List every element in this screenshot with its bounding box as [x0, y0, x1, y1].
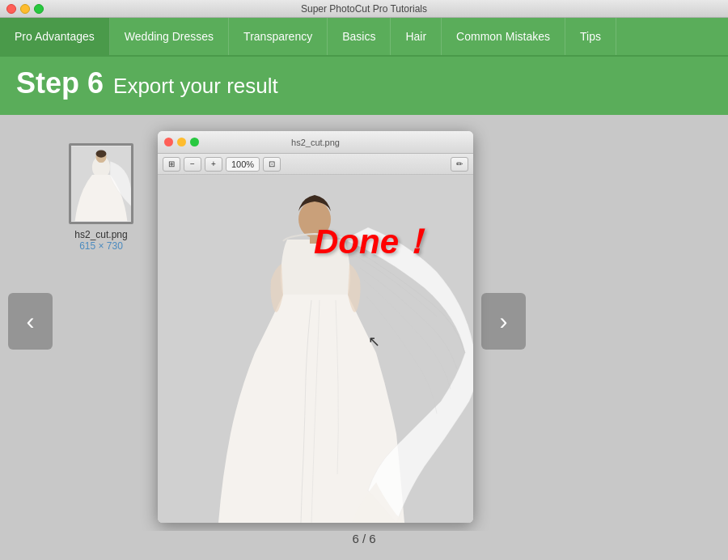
step-number: Step 6 [16, 66, 104, 100]
zoom-out-button[interactable]: − [184, 157, 201, 172]
prev-arrow-button[interactable]: ‹ [8, 293, 53, 350]
bottom-bar: 6 / 6 [0, 531, 728, 560]
maximize-button[interactable] [34, 4, 44, 14]
view-mode-button[interactable]: ⊞ [163, 157, 180, 172]
fit-button[interactable]: ⊡ [263, 157, 281, 172]
mac-titlebar: hs2_cut.png [158, 131, 473, 154]
title-bar: Super PhotoCut Pro Tutorials [0, 0, 728, 18]
nav-item-common-mistakes[interactable]: Common Mistakes [442, 18, 565, 55]
page-button[interactable]: ✏ [451, 157, 468, 172]
thumbnail-filename: hs2_cut.png [74, 229, 127, 240]
mac-minimize-button[interactable] [177, 138, 186, 146]
mac-window-controls [164, 138, 199, 146]
done-label: Done！ [314, 219, 433, 265]
window-controls [6, 4, 44, 14]
svg-point-3 [96, 150, 107, 157]
pagination-label: 6 / 6 [344, 524, 383, 554]
window-title: Super PhotoCut Pro Tutorials [301, 3, 427, 15]
nav-item-pro-advantages[interactable]: Pro Advantages [0, 18, 110, 55]
thumbnail-panel: hs2_cut.png 615 × 730 [61, 135, 142, 260]
next-arrow-button[interactable]: › [481, 293, 526, 350]
mac-content: Done！ ↖ [158, 175, 473, 523]
mac-window-title: hs2_cut.png [291, 138, 340, 147]
minimize-button[interactable] [20, 4, 30, 14]
nav-item-basics[interactable]: Basics [328, 18, 391, 55]
close-button[interactable] [6, 4, 16, 14]
mac-maximize-button[interactable] [190, 138, 199, 146]
cursor-icon: ↖ [368, 333, 380, 350]
mac-toolbar: ⊞ − + 100% ⊡ ✏ [158, 154, 473, 175]
zoom-in-button[interactable]: + [205, 157, 222, 172]
nav-item-tips[interactable]: Tips [565, 18, 616, 55]
prev-arrow-icon: ‹ [27, 308, 35, 335]
next-arrow-icon: › [500, 308, 508, 335]
thumbnail-dimensions: 615 × 730 [79, 240, 123, 252]
thumbnail-image[interactable] [69, 143, 133, 224]
step-description: Export your result [113, 74, 278, 99]
nav-item-wedding-dresses[interactable]: Wedding Dresses [110, 18, 229, 55]
step-header: Step 6 Export your result [0, 57, 728, 115]
main-content: ‹ hs2_cut.png 615 × 730 [0, 115, 728, 544]
nav-bar: Pro Advantages Wedding Dresses Transpare… [0, 18, 728, 57]
mac-window: hs2_cut.png ⊞ − + 100% ⊡ ✏ [158, 131, 473, 523]
mac-close-button[interactable] [164, 138, 173, 146]
nav-item-hair[interactable]: Hair [391, 18, 442, 55]
zoom-level-display: 100% [226, 157, 260, 172]
nav-item-transparency[interactable]: Transparency [229, 18, 328, 55]
